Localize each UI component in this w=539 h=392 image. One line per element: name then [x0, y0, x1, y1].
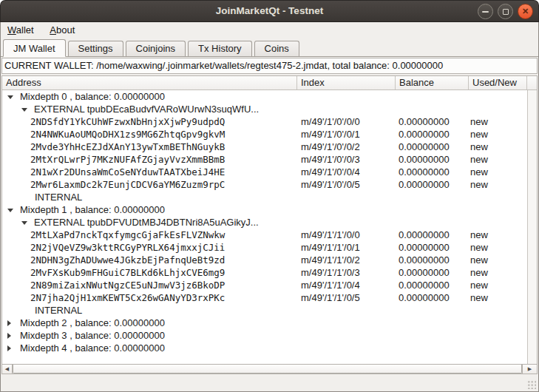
resize-grip[interactable]	[526, 379, 536, 389]
expand-arrow-icon[interactable]	[7, 345, 11, 351]
collapse-arrow-icon[interactable]	[21, 221, 27, 225]
balance-cell: 0.00000000	[399, 229, 450, 241]
minimize-icon	[482, 11, 489, 13]
tab-jm-wallet[interactable]: JM Wallet	[3, 39, 66, 57]
column-header-address[interactable]: Address	[2, 76, 297, 89]
address-cell: 2N4NWKuAoUMQoDHX1zs9MG6ZhtqGpv9gkvM	[30, 128, 225, 141]
balance-cell: 0.00000000	[399, 166, 450, 178]
address-row[interactable]: 2MvFXsKub9mFHGuiC7BLKd6kLhjxCVE6mg9m/49'…	[2, 266, 527, 279]
address-row[interactable]: 2N2jVQeVZ9w3kttRCGyPYRLX64jmxxjCJiim/49'…	[2, 241, 527, 254]
expand-arrow-icon[interactable]	[7, 320, 11, 326]
address-row[interactable]: 2NDSfdY1YkCUhWFzwxNbHnjxXjwPy9udpdQm/49'…	[2, 115, 527, 128]
address-cell: 2N7jha2QjH1xmKEWT5Cx26wGANyYD3rxPKc	[30, 291, 225, 304]
address-row[interactable]: 2N1wXr2DUnsaWmCoSeNYduwTAATXbeiJ4HEm/49'…	[2, 166, 527, 178]
address-row[interactable]: 2NDHN3gZhADUwwe4JGkzbEjPafnqUeBt9zdm/49'…	[2, 254, 527, 266]
index-cell: m/49'/1'/1'/0/3	[301, 266, 360, 279]
address-row[interactable]: 2MtLXaPd7nckTqxfymgcGjaFkEsFLVZNwkwm/49'…	[2, 229, 527, 241]
address-cell: 2MtXrQLwrPj7MKzNUFAfZGjayVvzXmmBBmB	[30, 153, 225, 166]
address-cell: 2NDHN3gZhADUwwe4JGkzbEjPafnqUeBt9zd	[30, 254, 225, 266]
scroll-left-icon: ◀	[5, 366, 9, 372]
address-row[interactable]: 2Mvde3YhHcEZJdXAnY13ywTxmBEThNGuykBm/49'…	[2, 141, 527, 153]
tree-viewport: Mixdepth 0 , balance: 0.00000000EXTERNAL…	[2, 90, 527, 364]
tree-branch-row[interactable]: Mixdepth 0 , balance: 0.00000000	[2, 90, 527, 103]
tree-branch-row[interactable]: EXTERNAL tpubDFVUDtMBJ4DBTNri8A5uAGikyJ.…	[2, 216, 527, 229]
menu-wallet[interactable]: Wallet	[1, 22, 41, 39]
status-cell: new	[470, 254, 488, 266]
tab-content: CURRENT WALLET: /home/waxwing/.joinmarke…	[1, 57, 538, 391]
minimize-button[interactable]	[478, 4, 493, 19]
balance-cell: 0.00000000	[399, 128, 450, 141]
balance-cell: 0.00000000	[399, 266, 450, 279]
collapse-arrow-icon[interactable]	[21, 108, 27, 112]
address-row[interactable]: 2MtXrQLwrPj7MKzNUFAfZGjayVvzXmmBBmBm/49'…	[2, 153, 527, 166]
status-cell: new	[470, 279, 488, 291]
status-cell: new	[470, 241, 488, 254]
tab-coins[interactable]: Coins	[254, 41, 299, 56]
column-header-balance[interactable]: Balance	[396, 76, 469, 89]
vertical-scrollbar[interactable]	[527, 90, 537, 364]
horizontal-scrollbar-thumb[interactable]	[13, 365, 522, 374]
address-cell: 2N1wXr2DUnsaWmCoSeNYduwTAATXbeiJ4HE	[30, 166, 225, 178]
branch-label: Mixdepth 0 , balance: 0.00000000	[20, 90, 165, 103]
balance-cell: 0.00000000	[399, 254, 450, 266]
expand-arrow-icon[interactable]	[7, 333, 11, 339]
branch-label: Mixdepth 3 , balance: 0.00000000	[20, 329, 165, 342]
balance-cell: 0.00000000	[399, 115, 450, 128]
tab-tx-history[interactable]: Tx History	[188, 41, 252, 56]
tree-section-row[interactable]: INTERNAL	[2, 191, 527, 203]
tab-coinjoins[interactable]: Coinjoins	[126, 41, 186, 56]
column-header-used-new[interactable]: Used/New	[469, 76, 527, 89]
tree-branch-row[interactable]: Mixdepth 4 , balance: 0.00000000	[2, 342, 527, 354]
address-row[interactable]: 2Mwr6LaxmDc2k7EunjCDCV6aYM6Zuzm9rpCm/49'…	[2, 178, 527, 191]
address-row[interactable]: 2N4NWKuAoUMQoDHX1zs9MG6ZhtqGpv9gkvMm/49'…	[2, 128, 527, 141]
index-cell: m/49'/1'/1'/0/5	[301, 291, 360, 304]
address-row[interactable]: 2N7jha2QjH1xmKEWT5Cx26wGANyYD3rxPKcm/49'…	[2, 291, 527, 304]
tree-branch-row[interactable]: Mixdepth 2 , balance: 0.00000000	[2, 317, 527, 329]
index-cell: m/49'/1'/1'/0/2	[301, 254, 360, 266]
maximize-button[interactable]	[498, 4, 513, 19]
branch-label: EXTERNAL tpubDFVUDtMBJ4DBTNri8A5uAGikyJ.…	[34, 216, 259, 229]
index-cell: m/49'/1'/0'/0/4	[301, 166, 360, 178]
collapse-arrow-icon[interactable]	[7, 209, 13, 212]
tree-branch-row[interactable]: EXTERNAL tpubDEcaBudvfVARoWUrwN3suqWfU..…	[2, 103, 527, 115]
balance-cell: 0.00000000	[399, 178, 450, 191]
maximize-icon	[503, 9, 509, 15]
address-cell: 2N2jVQeVZ9w3kttRCGyPYRLX64jmxxjCJii	[30, 241, 225, 254]
app-window: JoinMarketQt - Testnet ✕ Wallet About JM…	[0, 0, 539, 392]
tab-settings[interactable]: Settings	[68, 41, 123, 56]
scroll-left-button[interactable]: ◀	[2, 365, 13, 374]
status-cell: new	[470, 153, 488, 166]
section-label: INTERNAL	[35, 304, 82, 317]
tree-rows: Mixdepth 0 , balance: 0.00000000EXTERNAL…	[2, 90, 527, 354]
close-icon: ✕	[522, 4, 529, 18]
titlebar[interactable]: JoinMarketQt - Testnet ✕	[0, 0, 539, 22]
branch-label: Mixdepth 1 , balance: 0.00000000	[20, 203, 165, 216]
current-wallet-banner: CURRENT WALLET: /home/waxwing/.joinmarke…	[1, 58, 538, 74]
tree-header: Address Index Balance Used/New	[2, 76, 537, 90]
index-cell: m/49'/1'/0'/0/3	[301, 153, 360, 166]
branch-label: Mixdepth 4 , balance: 0.00000000	[20, 342, 165, 354]
close-button[interactable]: ✕	[518, 4, 533, 19]
index-cell: m/49'/1'/0'/0/0	[301, 115, 360, 128]
address-cell: 2N89miZaixNWutNgzCE5uNJmwV3jz6BkoDP	[30, 279, 225, 291]
address-row[interactable]: 2N89miZaixNWutNgzCE5uNJmwV3jz6BkoDPm/49'…	[2, 279, 527, 291]
tree-section-row[interactable]: INTERNAL	[2, 304, 527, 317]
branch-label: Mixdepth 2 , balance: 0.00000000	[20, 317, 165, 329]
horizontal-scrollbar[interactable]: ◀ ▶	[2, 364, 537, 374]
collapse-arrow-icon[interactable]	[7, 95, 13, 99]
status-cell: new	[470, 141, 488, 153]
window-controls: ✕	[478, 4, 533, 19]
balance-cell: 0.00000000	[399, 241, 450, 254]
column-header-index[interactable]: Index	[297, 76, 396, 89]
status-cell: new	[470, 291, 488, 304]
tree-branch-row[interactable]: Mixdepth 1 , balance: 0.00000000	[2, 203, 527, 216]
status-cell: new	[470, 178, 488, 191]
scroll-right-button[interactable]: ▶	[522, 365, 537, 374]
address-cell: 2Mwr6LaxmDc2k7EunjCDCV6aYM6Zuzm9rpC	[30, 178, 225, 191]
balance-cell: 0.00000000	[399, 141, 450, 153]
menu-about[interactable]: About	[43, 22, 81, 39]
tree-branch-row[interactable]: Mixdepth 3 , balance: 0.00000000	[2, 329, 527, 342]
address-cell: 2NDSfdY1YkCUhWFzwxNbHnjxXjwPy9udpdQ	[30, 115, 225, 128]
index-cell: m/49'/1'/0'/0/2	[301, 141, 360, 153]
status-cell: new	[470, 115, 488, 128]
